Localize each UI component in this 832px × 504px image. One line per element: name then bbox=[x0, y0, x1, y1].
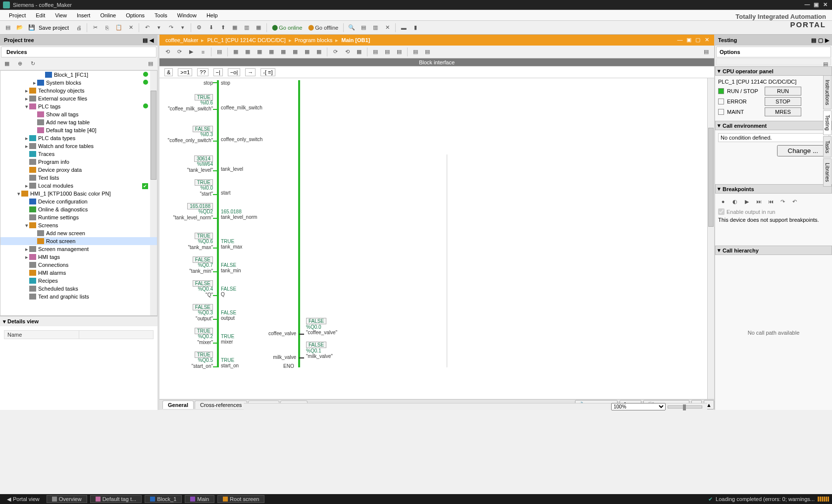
task-tab-tagtable[interactable]: Default tag t... bbox=[90, 495, 142, 503]
options-header[interactable]: Options bbox=[716, 47, 831, 57]
new-project-icon[interactable]: ▤ bbox=[3, 23, 13, 33]
redo-dropdown-icon[interactable]: ▾ bbox=[178, 23, 188, 33]
op-unknown[interactable]: ?? bbox=[197, 68, 208, 76]
tree-item-24[interactable]: Connections bbox=[0, 261, 157, 269]
ed-tb-4[interactable]: ≡ bbox=[198, 47, 208, 57]
open-project-icon[interactable]: 📂 bbox=[15, 23, 25, 33]
bp-icon-6[interactable]: ↷ bbox=[778, 197, 787, 206]
tree-item-0[interactable]: Block_1 [FC1] bbox=[0, 71, 157, 79]
block-interface-header[interactable]: Block interface bbox=[159, 58, 714, 66]
tree-item-22[interactable]: ▸Screen management bbox=[0, 245, 157, 253]
tree-item-14[interactable]: ▸Local modules✔ bbox=[0, 182, 157, 190]
menu-project[interactable]: Project bbox=[4, 11, 31, 19]
hwdetect-icon[interactable]: ▥ bbox=[242, 23, 252, 33]
editor-close-icon[interactable]: ✕ bbox=[703, 37, 710, 44]
tree-item-13[interactable]: Text lists bbox=[0, 174, 157, 182]
menu-insert[interactable]: Insert bbox=[72, 11, 96, 19]
tree-item-25[interactable]: HMI alarms bbox=[0, 269, 157, 277]
upload-icon[interactable]: ⬆ bbox=[218, 23, 228, 33]
menu-online[interactable]: Online bbox=[95, 11, 121, 19]
ed-tb-11[interactable]: ▦ bbox=[290, 47, 300, 57]
crumb-plc[interactable]: PLC_1 [CPU 1214C DC/DC/DC] bbox=[205, 37, 287, 43]
menu-help[interactable]: Help bbox=[202, 11, 223, 19]
print-icon[interactable]: 🖨 bbox=[74, 23, 84, 33]
tree-item-18[interactable]: Runtime settings bbox=[0, 213, 157, 221]
call-env-change-button[interactable]: Change ... bbox=[777, 145, 830, 156]
testing-float-icon[interactable]: ▢ bbox=[818, 37, 823, 44]
task-tab-block1[interactable]: Block_1 bbox=[145, 495, 182, 503]
lower-tab-crossref[interactable]: Cross-references bbox=[195, 401, 247, 409]
ed-tb-10[interactable]: ▦ bbox=[278, 47, 288, 57]
tree-expand-icon[interactable]: ▦ bbox=[2, 59, 12, 69]
tree-item-16[interactable]: Device configuration bbox=[0, 198, 157, 205]
minimize-button[interactable]: — bbox=[803, 1, 811, 8]
menu-tools[interactable]: Tools bbox=[150, 11, 172, 19]
ed-tb-15[interactable]: ⟲ bbox=[342, 47, 352, 57]
tree-item-1[interactable]: ▸System blocks bbox=[0, 79, 157, 87]
cut-icon[interactable]: ✂ bbox=[90, 23, 100, 33]
ed-tb-sidebar-icon[interactable]: ▤ bbox=[701, 47, 711, 57]
ed-tb-9[interactable]: ▦ bbox=[266, 47, 276, 57]
breakpoints-section[interactable]: ▾Breakpoints bbox=[715, 184, 832, 194]
op-and[interactable]: & bbox=[164, 68, 173, 76]
tree-content[interactable]: Block_1 [FC1]▸System blocks▸Technology o… bbox=[0, 70, 157, 316]
ed-tb-18[interactable]: ▤ bbox=[382, 47, 392, 57]
tree-item-10[interactable]: Traces bbox=[0, 150, 157, 158]
op-or[interactable]: >=1 bbox=[178, 68, 192, 76]
simulation-icon[interactable]: ▦ bbox=[230, 23, 240, 33]
delete-icon[interactable]: ✕ bbox=[126, 23, 136, 33]
vtab-testing[interactable]: Testing bbox=[823, 110, 832, 135]
cpu-btn-run[interactable]: RUN bbox=[765, 87, 801, 96]
ed-tb-16[interactable]: ▦ bbox=[354, 47, 364, 57]
cpu-btn-mres[interactable]: MRES bbox=[765, 107, 801, 116]
go-offline-button[interactable]: ⬤Go offline bbox=[306, 24, 340, 31]
ed-tb-7[interactable]: ▦ bbox=[243, 47, 253, 57]
lower-tab-general[interactable]: General bbox=[162, 401, 194, 409]
maximize-button[interactable]: ▣ bbox=[812, 1, 820, 8]
tree-item-15[interactable]: ▾HMI_1 [KTP1000 Basic color PN] bbox=[0, 190, 157, 198]
search-icon[interactable]: 🔍 bbox=[347, 23, 357, 33]
testing-pin-icon[interactable]: ▤ bbox=[811, 37, 816, 44]
tree-item-7[interactable]: Default tag table [40] bbox=[0, 126, 157, 134]
tree-item-17[interactable]: Online & diagnostics bbox=[0, 205, 157, 213]
call-hier-section[interactable]: ▾Call hierarchy bbox=[715, 246, 832, 255]
download-icon[interactable]: ⬇ bbox=[206, 23, 216, 33]
split-h-icon[interactable]: ▬ bbox=[399, 23, 409, 33]
menu-view[interactable]: View bbox=[50, 11, 72, 19]
details-col-name[interactable]: Name bbox=[4, 331, 79, 339]
tree-item-23[interactable]: ▸HMI tags bbox=[0, 253, 157, 261]
tree-item-11[interactable]: Program info bbox=[0, 158, 157, 166]
ed-tb-19[interactable]: ▤ bbox=[394, 47, 404, 57]
ed-tb-2[interactable]: ⟳ bbox=[174, 47, 184, 57]
ed-tb-5[interactable]: ▤ bbox=[214, 47, 224, 57]
tree-item-4[interactable]: ▾PLC tags bbox=[0, 102, 157, 110]
editor-float-icon[interactable]: ▣ bbox=[685, 37, 692, 44]
tree-item-20[interactable]: Add new screen bbox=[0, 229, 157, 237]
tree-item-12[interactable]: Device proxy data bbox=[0, 166, 157, 174]
tree-network-icon[interactable]: ▤ bbox=[146, 59, 156, 69]
undo-dropdown-icon[interactable]: ▾ bbox=[154, 23, 164, 33]
bp-icon-2[interactable]: ◐ bbox=[730, 197, 740, 206]
op-ncontact[interactable]: −o| bbox=[228, 68, 240, 76]
zoom-slider[interactable] bbox=[668, 405, 702, 408]
split-v-icon[interactable]: ▮ bbox=[411, 23, 420, 33]
start-icon[interactable]: ▦ bbox=[254, 23, 263, 33]
ed-tb-13[interactable]: ▦ bbox=[314, 47, 324, 57]
ed-tb-12[interactable]: ▦ bbox=[302, 47, 312, 57]
undo-icon[interactable]: ↶ bbox=[142, 23, 152, 33]
op-assign[interactable]: → bbox=[245, 68, 256, 76]
redo-icon[interactable]: ↷ bbox=[166, 23, 176, 33]
tree-item-8[interactable]: ▸PLC data types bbox=[0, 134, 157, 142]
tree-item-5[interactable]: Show all tags bbox=[0, 110, 157, 118]
ed-tb-6[interactable]: ▦ bbox=[231, 47, 241, 57]
ed-tb-3[interactable]: ▶ bbox=[186, 47, 196, 57]
ed-tb-21[interactable]: ▤ bbox=[422, 47, 432, 57]
op-contact[interactable]: −| bbox=[213, 68, 223, 76]
project-tree-collapse-icon[interactable]: ▤ bbox=[143, 37, 148, 44]
menu-window[interactable]: Window bbox=[172, 11, 202, 19]
canvas-vscrollbar[interactable] bbox=[707, 78, 714, 399]
save-icon[interactable]: 💾 bbox=[27, 23, 37, 33]
crumb-blocks[interactable]: Program blocks bbox=[293, 37, 334, 43]
task-tab-main[interactable]: Main bbox=[185, 495, 214, 503]
devices-header[interactable]: Devices bbox=[1, 47, 156, 57]
